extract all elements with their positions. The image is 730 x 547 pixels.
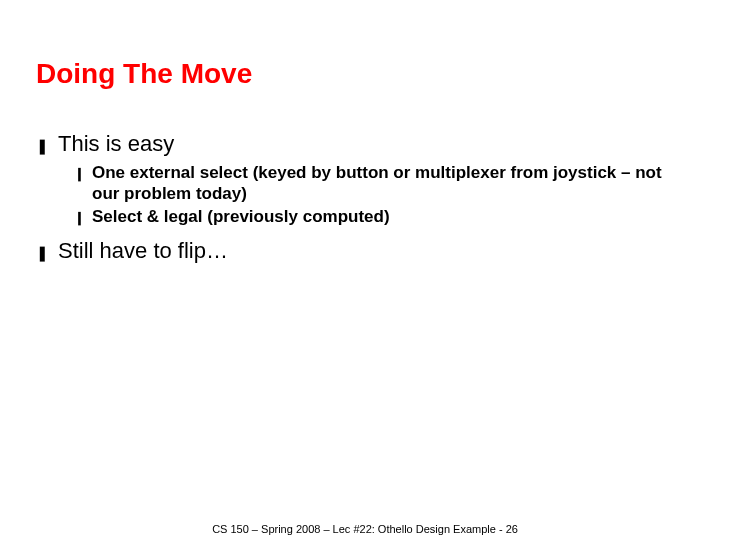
slide-title: Doing The Move (36, 58, 252, 90)
slide: Doing The Move ❚ This is easy ❙ One exte… (0, 0, 730, 547)
sub-bullet-group: ❙ One external select (keyed by button o… (74, 162, 694, 228)
bullet-level2: ❙ Select & legal (previously computed) (74, 206, 694, 227)
bullet-text: This is easy (58, 130, 174, 158)
bullet-icon: ❙ (74, 210, 86, 226)
bullet-icon: ❙ (74, 166, 86, 182)
bullet-text: One external select (keyed by button or … (92, 162, 692, 205)
slide-body: ❚ This is easy ❙ One external select (ke… (36, 130, 694, 269)
bullet-icon: ❚ (36, 244, 50, 263)
bullet-icon: ❚ (36, 137, 50, 156)
bullet-text: Still have to flip… (58, 237, 228, 265)
bullet-level2: ❙ One external select (keyed by button o… (74, 162, 694, 205)
bullet-level1: ❚ Still have to flip… (36, 237, 694, 265)
bullet-text: Select & legal (previously computed) (92, 206, 390, 227)
bullet-level1: ❚ This is easy (36, 130, 694, 158)
slide-footer: CS 150 – Spring 2008 – Lec #22: Othello … (0, 523, 730, 535)
